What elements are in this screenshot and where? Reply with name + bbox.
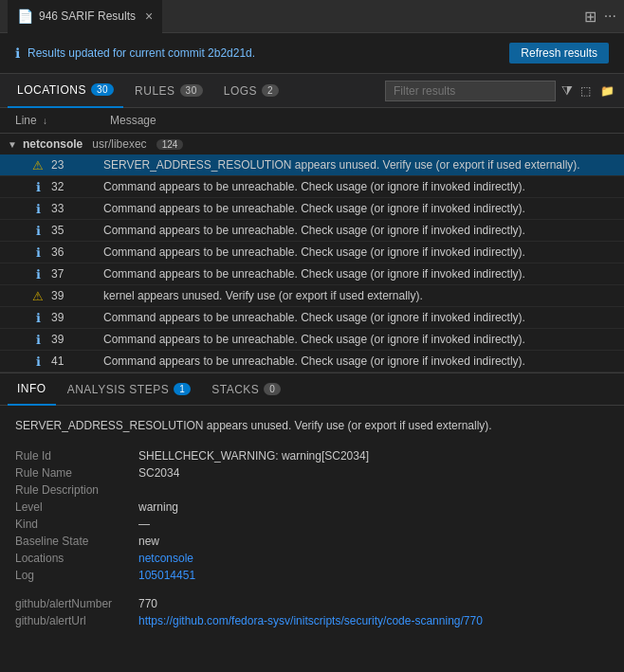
tab-bar: LOCATIONS 30 RULES 30 LOGS 2 ⧩ ⬚ 📁	[0, 74, 624, 108]
tab-locations-badge: 30	[91, 83, 114, 96]
row-message: Command appears to be unreachable. Check…	[103, 333, 609, 346]
info-field-link[interactable]: netconsole	[138, 552, 193, 565]
filter-input[interactable]	[385, 81, 556, 101]
tab-rules-badge: 30	[180, 84, 203, 97]
title-tab[interactable]: 📄 946 SARIF Results ×	[8, 0, 162, 33]
sarif-icon: 📄	[17, 9, 33, 24]
line-label: Line	[15, 114, 37, 127]
tab-logs-label: LOGS	[224, 84, 257, 98]
info-field-label: Kind	[15, 516, 138, 533]
table-row[interactable]: ℹ39Command appears to be unreachable. Ch…	[0, 307, 624, 329]
col-message-header: Message	[110, 114, 609, 127]
info-field-value: —	[138, 516, 609, 533]
sort-icon: ↓	[43, 116, 47, 126]
bottom-tab-info[interactable]: INFO	[8, 373, 56, 406]
bottom-tab-stacks[interactable]: STACKS 0	[202, 373, 290, 406]
expand-icon[interactable]: ⬚	[578, 82, 593, 100]
table-row[interactable]: ℹ37Command appears to be unreachable. Ch…	[0, 263, 624, 285]
folder-icon[interactable]: 📁	[598, 82, 616, 100]
bottom-panel: INFO ANALYSIS STEPS 1 STACKS 0 SERVER_AD…	[0, 372, 624, 641]
info-field-label: Rule Id	[15, 447, 138, 464]
info-icon: ℹ	[30, 310, 46, 325]
tab-rules-label: RULES	[135, 84, 175, 98]
row-message: kernel appears unused. Verify use (or ex…	[103, 289, 609, 302]
tab-locations[interactable]: LOCATIONS 30	[8, 74, 123, 108]
group-name: netconsole	[23, 137, 83, 151]
rows-container: ⚠23SERVER_ADDRESS_RESOLUTION appears unu…	[0, 154, 624, 372]
filter-icon[interactable]: ⧩	[561, 82, 573, 99]
info-field-label: Rule Description	[15, 481, 138, 499]
row-line-number: 39	[51, 289, 103, 302]
info-icon: ℹ	[15, 45, 20, 61]
group-row[interactable]: ▼ netconsole usr/libexec 124	[0, 134, 624, 154]
info-icon: ℹ	[30, 354, 46, 369]
table-row[interactable]: ℹ41Command appears to be unreachable. Ch…	[0, 351, 624, 372]
info-table: Rule IdSHELLCHECK_WARNING: warning[SC203…	[15, 447, 609, 629]
info-field-label: Log	[15, 567, 138, 584]
refresh-results-button[interactable]: Refresh results	[509, 43, 609, 64]
bottom-tab-analysis-badge: 1	[174, 383, 191, 395]
row-message: SERVER_ADDRESS_RESOLUTION appears unused…	[103, 158, 609, 172]
close-tab-button[interactable]: ×	[145, 9, 153, 24]
info-field-value: warning	[138, 499, 609, 516]
info-field-link[interactable]: 105014451	[138, 569, 195, 582]
banner-message: Results updated for current commit 2b2d2…	[28, 46, 255, 60]
info-field-value: SC2034	[138, 464, 609, 481]
info-icon: ℹ	[30, 332, 46, 347]
row-line-number: 36	[51, 245, 103, 259]
info-extra-link[interactable]: https://github.com/fedora-sysv/initscrip…	[138, 614, 483, 627]
row-line-number: 39	[51, 311, 103, 324]
info-icon: ℹ	[30, 179, 46, 194]
table-row[interactable]: ℹ36Command appears to be unreachable. Ch…	[0, 242, 624, 263]
warning-icon: ⚠	[30, 288, 46, 303]
table-row[interactable]: ⚠39kernel appears unused. Verify use (or…	[0, 285, 624, 307]
info-icon: ℹ	[30, 245, 46, 260]
table-row[interactable]: ℹ32Command appears to be unreachable. Ch…	[0, 176, 624, 198]
info-field-label: Baseline State	[15, 533, 138, 550]
table-row[interactable]: ℹ35Command appears to be unreachable. Ch…	[0, 220, 624, 242]
row-message: Command appears to be unreachable. Check…	[103, 202, 609, 215]
info-field-value: netconsole	[138, 550, 609, 567]
col-line-header: Line ↓	[15, 114, 110, 127]
filter-area: ⧩ ⬚ 📁	[385, 81, 616, 101]
info-icon: ℹ	[30, 266, 46, 282]
info-extra-value: https://github.com/fedora-sysv/initscrip…	[138, 612, 609, 629]
bottom-tab-stacks-badge: 0	[264, 383, 281, 395]
banner-message-area: ℹ Results updated for current commit 2b2…	[15, 45, 255, 61]
table-row[interactable]: ⚠23SERVER_ADDRESS_RESOLUTION appears unu…	[0, 154, 624, 176]
banner: ℹ Results updated for current commit 2b2…	[0, 33, 624, 74]
row-line-number: 37	[51, 267, 103, 281]
title-bar-actions: ⊞ ···	[584, 8, 616, 26]
info-extra-label: github/alertNumber	[15, 595, 138, 612]
tab-rules[interactable]: RULES 30	[125, 74, 212, 108]
row-message: Command appears to be unreachable. Check…	[103, 180, 609, 193]
tab-logs-badge: 2	[262, 84, 279, 97]
row-line-number: 41	[51, 354, 103, 368]
warning-icon: ⚠	[30, 157, 46, 173]
row-line-number: 23	[51, 158, 103, 172]
row-line-number: 32	[51, 180, 103, 193]
info-field-value: SHELLCHECK_WARNING: warning[SC2034]	[138, 447, 609, 464]
row-message: Command appears to be unreachable. Check…	[103, 245, 609, 259]
group-count: 124	[156, 139, 184, 150]
row-message: Command appears to be unreachable. Check…	[103, 354, 609, 368]
group-path: usr/libexec	[92, 137, 146, 151]
info-extra-value: 770	[138, 595, 609, 612]
row-message: Command appears to be unreachable. Check…	[103, 224, 609, 237]
info-icon: ℹ	[30, 223, 46, 238]
bottom-tab-analysis[interactable]: ANALYSIS STEPS 1	[58, 373, 201, 406]
row-line-number: 39	[51, 333, 103, 346]
chevron-icon: ▼	[8, 139, 17, 150]
more-icon[interactable]: ···	[604, 8, 616, 26]
row-message: Command appears to be unreachable. Check…	[103, 267, 609, 281]
layout-icon[interactable]: ⊞	[584, 8, 596, 26]
tab-logs[interactable]: LOGS 2	[214, 74, 288, 108]
info-description: SERVER_ADDRESS_RESOLUTION appears unused…	[15, 417, 609, 434]
info-extra-label: github/alertUrl	[15, 612, 138, 629]
table-header: Line ↓ Message	[0, 108, 624, 134]
bottom-tab-bar: INFO ANALYSIS STEPS 1 STACKS 0	[0, 373, 624, 406]
title-bar: 📄 946 SARIF Results × ⊞ ···	[0, 0, 624, 33]
table-row[interactable]: ℹ39Command appears to be unreachable. Ch…	[0, 329, 624, 351]
table-row[interactable]: ℹ33Command appears to be unreachable. Ch…	[0, 198, 624, 220]
tab-locations-label: LOCATIONS	[17, 83, 86, 97]
